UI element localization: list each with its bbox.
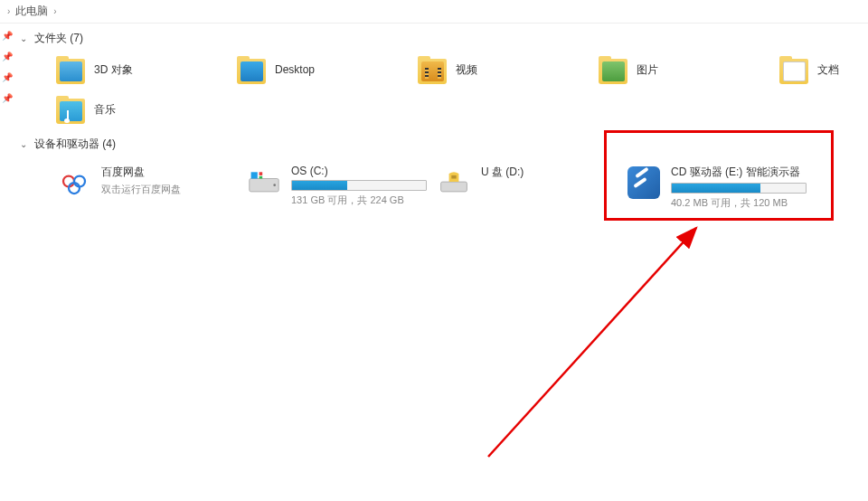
breadcrumb[interactable]: › 此电脑 ›: [0, 0, 868, 24]
svg-rect-9: [451, 175, 456, 179]
pin-icon[interactable]: 📌: [0, 67, 13, 88]
section-title: 文件夹 (7): [34, 31, 83, 46]
device-name: U 盘 (D:): [481, 165, 609, 180]
folder-label: 音乐: [94, 102, 116, 118]
cd-drive-icon: [626, 165, 662, 201]
section-title: 设备和驱动器 (4): [34, 137, 116, 152]
storage-text: 40.2 MB 可用，共 120 MB: [671, 196, 807, 210]
pin-icon[interactable]: 📌: [0, 88, 13, 109]
folder-label: Desktop: [275, 63, 315, 76]
storage-bar: [291, 180, 427, 191]
folder-icon: [56, 95, 85, 124]
folder-icon: [599, 55, 627, 84]
svg-rect-6: [259, 176, 263, 179]
folder-label: 图片: [637, 62, 658, 78]
storage-bar: [671, 183, 807, 194]
folder-icon: [418, 55, 447, 84]
device-cd-e[interactable]: CD 驱动器 (E:) 智能演示器 40.2 MB 可用，共 120 MB: [622, 161, 812, 213]
folder-videos[interactable]: 视频: [414, 52, 586, 88]
chevron-right-icon: ›: [53, 6, 56, 16]
device-usb-d[interactable]: U 盘 (D:): [432, 161, 622, 213]
device-os-c[interactable]: OS (C:) 131 GB 可用，共 224 GB: [242, 161, 432, 213]
storage-fill: [672, 184, 760, 193]
hard-drive-icon: [246, 165, 282, 201]
folder-music[interactable]: 音乐: [52, 91, 224, 128]
folder-icon: [237, 55, 266, 84]
folder-label: 3D 对象: [94, 62, 133, 78]
folder-icon: [56, 55, 85, 84]
svg-rect-4: [251, 172, 258, 178]
devices-grid: 百度网盘 双击运行百度网盘 OS (C:) 131 GB 可用，共 2: [14, 157, 868, 213]
pin-icon[interactable]: 📌: [0, 25, 13, 46]
usb-drive-icon: [436, 165, 472, 201]
device-name: CD 驱动器 (E:) 智能演示器: [671, 165, 807, 180]
device-name: 百度网盘: [101, 165, 230, 180]
svg-point-7: [273, 184, 276, 186]
device-name: OS (C:): [291, 165, 427, 177]
chevron-down-icon: ⌄: [20, 139, 31, 149]
quick-access-pins: 📌 📌 📌 📌: [0, 25, 13, 109]
baidu-icon: [56, 165, 92, 201]
folder-desktop[interactable]: Desktop: [233, 52, 405, 88]
folder-pictures[interactable]: 图片: [595, 52, 767, 88]
pin-icon[interactable]: 📌: [0, 46, 13, 67]
chevron-down-icon: ⌄: [20, 33, 31, 43]
folder-documents[interactable]: 文档: [776, 52, 868, 88]
svg-rect-5: [259, 172, 263, 175]
storage-text: 131 GB 可用，共 224 GB: [291, 194, 427, 207]
storage-fill: [292, 181, 347, 190]
section-header-devices[interactable]: ⌄ 设备和驱动器 (4): [14, 128, 868, 157]
folders-grid: 3D 对象 Desktop 视频 图片: [14, 52, 868, 128]
folder-label: 视频: [456, 62, 477, 78]
device-subtitle: 双击运行百度网盘: [101, 183, 230, 196]
chevron-right-icon: ›: [7, 6, 10, 16]
breadcrumb-location: 此电脑: [15, 4, 48, 19]
device-baidu-netdisk[interactable]: 百度网盘 双击运行百度网盘: [52, 161, 242, 213]
section-header-folders[interactable]: ⌄ 文件夹 (7): [14, 22, 868, 52]
svg-rect-8: [441, 182, 467, 192]
folder-label: 文档: [817, 62, 839, 78]
folder-icon: [779, 55, 808, 84]
folder-3d-objects[interactable]: 3D 对象: [52, 52, 224, 88]
